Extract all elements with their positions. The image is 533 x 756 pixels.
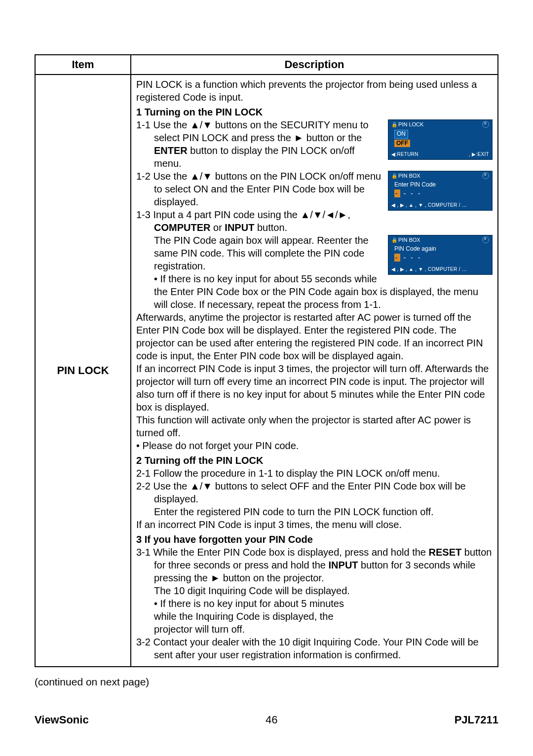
section-1-title: 1 Turning on the PIN LOCK bbox=[136, 106, 493, 118]
step-3-1: 3-1 While the Enter PIN Code box is disp… bbox=[154, 546, 493, 584]
close-icon bbox=[482, 172, 489, 179]
afterwards-c: This function will activate only when th… bbox=[136, 414, 493, 439]
osd-pin-lock-menu: PIN LOCK ON OFF ◀:RETURN , ▶:EXIT bbox=[388, 119, 493, 160]
intro-text: PIN LOCK is a function which prevents th… bbox=[136, 78, 493, 104]
osd2-prompt: Enter PIN Code bbox=[394, 181, 488, 189]
section-3-title: 3 If you have forgotten your PIN Code bbox=[136, 533, 493, 546]
osd1-on: ON bbox=[394, 130, 408, 139]
description-cell: PIN LOCK is a function which prevents th… bbox=[131, 75, 498, 667]
close-icon bbox=[482, 121, 489, 128]
osd3-footer: ◀ , ▶ , ▲ , ▼ , COMPUTER / … bbox=[388, 265, 492, 274]
osd2-dashes: - - - - bbox=[394, 189, 488, 198]
col-header-description: Description bbox=[131, 55, 498, 75]
footer-model: PJL7211 bbox=[455, 714, 498, 726]
osd2-title: PIN BOX bbox=[391, 172, 420, 179]
step-3-1-sub: The 10 digit Inquiring Code will be disp… bbox=[154, 584, 493, 597]
section-2-title: 2 Turning off the PIN LOCK bbox=[136, 454, 493, 467]
dont-forget: • Please do not forget your PIN code. bbox=[136, 439, 493, 452]
osd-pin-box-again: PIN BOX PIN Code again - - - - ◀ , ▶ , ▲… bbox=[388, 235, 493, 275]
step-3-bullet: • If there is no key input for about 5 m… bbox=[154, 597, 366, 636]
osd1-return: ◀:RETURN bbox=[391, 151, 419, 157]
osd3-title: PIN BOX bbox=[391, 236, 420, 243]
close-icon bbox=[482, 236, 489, 243]
osd2-footer: ◀ , ▶ , ▲ , ▼ , COMPUTER / … bbox=[388, 201, 492, 210]
osd3-dashes: - - - - bbox=[394, 253, 488, 262]
step-2-2: 2-2 Use the ▲/▼ buttons to select OFF an… bbox=[154, 480, 493, 505]
osd1-exit: , ▶:EXIT bbox=[469, 151, 489, 157]
continued-note: (continued on next page) bbox=[35, 676, 498, 688]
step-1-3-bullet: • If there is no key input for about 55 … bbox=[154, 272, 493, 311]
afterwards-a: Afterwards, anytime the projector is res… bbox=[136, 311, 493, 362]
page-footer: ViewSonic 46 PJL7211 bbox=[35, 714, 498, 726]
osd-pin-box-enter: PIN BOX Enter PIN Code - - - - ◀ , ▶ , ▲… bbox=[388, 171, 493, 211]
step-1-3-line1: 1-3 Input a 4 part PIN code using the ▲/… bbox=[154, 208, 493, 234]
osd1-off: OFF bbox=[394, 140, 410, 148]
step-2-wrong: If an incorrect PIN Code is input 3 time… bbox=[136, 518, 493, 531]
step-2-1: 2-1 Follow the procedure in 1-1 to displ… bbox=[154, 467, 493, 480]
pin-lock-table: Item Description PIN LOCK PIN LOCK is a … bbox=[35, 54, 498, 667]
footer-brand: ViewSonic bbox=[35, 714, 89, 726]
osd3-prompt: PIN Code again bbox=[394, 245, 488, 253]
item-name-cell: PIN LOCK bbox=[35, 75, 131, 667]
footer-page-number: 46 bbox=[266, 714, 277, 726]
step-3-2: 3-2 Contact your dealer with the 10 digi… bbox=[154, 636, 493, 661]
col-header-item: Item bbox=[35, 55, 131, 75]
osd1-title: PIN LOCK bbox=[391, 121, 423, 128]
step-2-2-sub: Enter the registered PIN code to turn th… bbox=[154, 505, 493, 518]
afterwards-b: If an incorrect PIN Code is input 3 time… bbox=[136, 362, 493, 414]
